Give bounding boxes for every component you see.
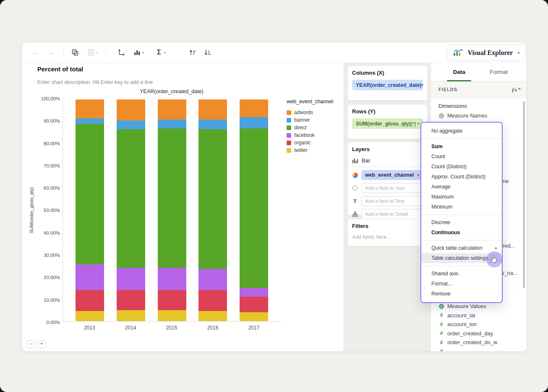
field-label-fragment[interactable]: w_na...	[500, 270, 518, 276]
bar-segment-banner[interactable]	[240, 117, 268, 128]
bar-segment-facebook[interactable]	[117, 268, 145, 290]
bar-segment-twitter[interactable]	[117, 310, 145, 321]
menu-item[interactable]: Sum ▸	[421, 141, 502, 152]
bar-segment-banner[interactable]	[158, 120, 186, 128]
chart-description-input[interactable]: Enter chart description. Hit Enter key t…	[37, 79, 153, 85]
bar-segment-banner[interactable]	[76, 118, 104, 124]
mark-type-row[interactable]: Bar	[348, 154, 427, 167]
forward-icon[interactable]: →	[46, 47, 56, 57]
size-dropzone[interactable]: Add a field to Size	[361, 183, 423, 193]
size-icon[interactable]	[352, 186, 358, 191]
bar-segment-twitter[interactable]	[198, 311, 227, 321]
fields-scrollbar[interactable]	[523, 101, 525, 288]
chart-type-icon[interactable]	[132, 47, 142, 57]
create-calculation-icon[interactable]: ƒx⁺	[511, 86, 520, 93]
bar-segment-facebook[interactable]	[240, 288, 268, 297]
bar-segment-direct[interactable]	[240, 128, 268, 288]
bar-segment-direct[interactable]	[198, 129, 227, 269]
legend-item[interactable]: banner	[287, 118, 333, 123]
menu-item[interactable]: Remove ▸	[421, 289, 502, 299]
bar-segment-direct[interactable]	[158, 128, 186, 268]
bar-segment-banner[interactable]	[117, 120, 145, 129]
field-item[interactable]: # order_created_day	[438, 329, 524, 338]
bar-2015[interactable]	[158, 99, 186, 321]
rows-field-pill[interactable]: SUM(order_gloss_qty) [*] ▾	[352, 118, 423, 129]
bar-segment-organic[interactable]	[198, 290, 227, 311]
menu-item[interactable]: Table calculation settings... ▸	[421, 253, 502, 263]
sort-ascending-icon[interactable]	[188, 47, 198, 57]
text-dropzone[interactable]: Add a field to Text	[361, 196, 423, 206]
menu-item[interactable]: Discrete ▸	[421, 217, 502, 227]
bar-segment-organic[interactable]	[158, 290, 186, 310]
field-item[interactable]: #	[438, 347, 524, 352]
field-item[interactable]: # order_created_do_w	[438, 338, 524, 347]
panel-tab[interactable]: Format	[479, 63, 519, 81]
field-item[interactable]: # account_lon	[438, 320, 524, 329]
color-icon[interactable]	[352, 172, 358, 178]
chevron-down-icon[interactable]: ▾	[96, 51, 98, 55]
menu-item[interactable]: Shared axis ▸	[421, 269, 502, 279]
legend-item[interactable]: twitter	[287, 148, 333, 153]
bar-segment-facebook[interactable]	[76, 264, 104, 290]
bar-2014[interactable]	[117, 99, 145, 321]
menu-item[interactable]: Quick table calculation ▸	[421, 243, 502, 253]
bar-2017[interactable]	[240, 99, 268, 321]
field-item[interactable]: # Measure Values	[438, 302, 524, 311]
menu-item-label: Remove	[431, 291, 451, 297]
remove-chart-icon[interactable]	[86, 47, 96, 57]
menu-item[interactable]: Approx. Count (Distinct) ▸	[421, 172, 502, 182]
chevron-down-icon[interactable]: ▾	[142, 51, 144, 55]
zoom-out-button[interactable]: −	[27, 340, 35, 348]
menu-item[interactable]: No aggregate ▸	[421, 126, 502, 136]
bar-segment-organic[interactable]	[76, 290, 104, 311]
bar-2016[interactable]	[198, 99, 227, 321]
menu-item[interactable]: Minimum ▸	[421, 202, 502, 212]
sort-descending-icon[interactable]	[203, 47, 213, 57]
field-item[interactable]: # account_lat	[438, 311, 524, 320]
bar-segment-direct[interactable]	[117, 129, 145, 268]
legend-item[interactable]: facebook	[287, 133, 333, 138]
field-label-fragment[interactable]: red...	[503, 243, 515, 248]
menu-item[interactable]: Format... ▸	[421, 279, 502, 289]
field-measure-names[interactable]: Measure Names	[438, 112, 487, 119]
legend-item[interactable]: adwords	[287, 110, 333, 115]
chevron-down-icon[interactable]: ▾	[164, 51, 166, 55]
bar-segment-twitter[interactable]	[240, 312, 268, 321]
bar-segment-adwords[interactable]	[158, 99, 186, 120]
detail-icon[interactable]	[352, 212, 358, 217]
menu-item[interactable]: Maximum ▸	[421, 192, 502, 202]
visual-explorer-button[interactable]: Visual Explorer ▾	[447, 44, 525, 61]
page-title[interactable]: Percent of total	[37, 65, 83, 73]
back-icon[interactable]: ←	[31, 47, 41, 57]
bar-segment-adwords[interactable]	[198, 99, 227, 120]
menu-item[interactable]: Count ▸	[421, 152, 502, 162]
bar-segment-organic[interactable]	[117, 290, 145, 310]
detail-dropzone[interactable]: Add a field to Detail	[361, 209, 423, 219]
legend-item[interactable]: organic	[287, 140, 333, 145]
bar-2013[interactable]	[76, 99, 104, 321]
bar-segment-adwords[interactable]	[76, 99, 104, 118]
bar-segment-facebook[interactable]	[198, 269, 227, 290]
bar-segment-twitter[interactable]	[158, 310, 186, 321]
bar-segment-adwords[interactable]	[240, 99, 268, 117]
bar-segment-organic[interactable]	[240, 297, 268, 312]
legend-item[interactable]: direct	[287, 125, 333, 130]
bar-segment-facebook[interactable]	[158, 268, 186, 290]
bar-segment-direct[interactable]	[76, 124, 104, 264]
panel-tab[interactable]: Data	[439, 63, 479, 81]
text-icon[interactable]: T	[352, 198, 358, 204]
duplicate-chart-icon[interactable]	[70, 47, 80, 57]
filters-dropzone[interactable]: Add fields here...	[352, 234, 423, 240]
bar-segment-adwords[interactable]	[117, 99, 145, 120]
bar-segment-twitter[interactable]	[76, 311, 104, 321]
menu-item[interactable]: Count (Distinct) ▸	[421, 162, 502, 172]
columns-field-pill[interactable]: YEAR(order_created_date) ▾	[352, 80, 423, 90]
menu-item[interactable]: Continuous ▸	[421, 227, 502, 238]
swap-axes-icon[interactable]	[116, 47, 126, 57]
zoom-in-button[interactable]: +	[38, 340, 46, 348]
color-field-pill[interactable]: web_event_channel ▾	[361, 170, 423, 180]
bar-segment-banner[interactable]	[198, 120, 227, 130]
field-label-fragment[interactable]: ne	[503, 178, 509, 184]
aggregate-sigma-icon[interactable]: Σ	[154, 47, 164, 57]
menu-item[interactable]: Average ▸	[421, 182, 502, 192]
